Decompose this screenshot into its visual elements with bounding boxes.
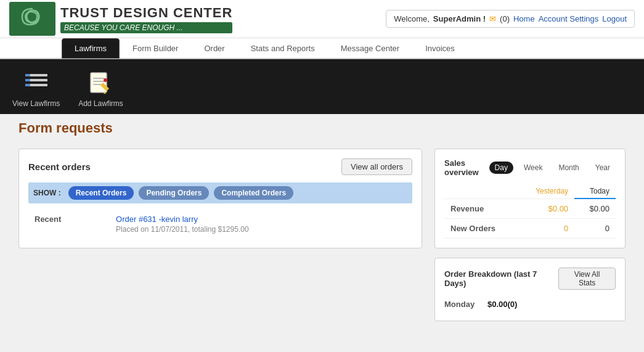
breakdown-header: Order Breakdown (last 7 Days) View All S… — [444, 268, 616, 290]
svg-rect-8 — [93, 78, 104, 79]
view-all-orders-button[interactable]: View all orders — [341, 158, 412, 175]
account-settings-link[interactable]: Account Settings — [539, 14, 599, 23]
header-nav: Welcome, SuperAdmin ! ✉ (0) Home Account… — [386, 10, 635, 28]
header: TRUST DESIGN CENTER BECAUSE YOU CARE ENO… — [0, 0, 644, 38]
main-content: Recent orders View all orders SHOW : Rec… — [0, 136, 644, 334]
sales-overview-card: Sales overview Day Week Month Year Yeste… — [434, 149, 626, 248]
view-all-stats-button[interactable]: View All Stats — [558, 268, 616, 290]
logo-spiral-icon — [17, 1, 48, 36]
orders-table: Recent Order #631 -kevin larry Placed on… — [28, 210, 412, 239]
recent-orders-header: Recent orders View all orders — [28, 158, 412, 175]
time-filter-day[interactable]: Day — [489, 162, 513, 174]
time-filter-month[interactable]: Month — [553, 162, 584, 174]
nav-tab-lawfirms[interactable]: Lawfirms — [62, 38, 120, 59]
mail-count: (0) — [500, 14, 510, 23]
col-yesterday-header: Yesterday — [517, 184, 574, 199]
logo-area: TRUST DESIGN CENTER BECAUSE YOU CARE ENO… — [9, 2, 232, 36]
recent-orders-filter-btn[interactable]: Recent Orders — [68, 186, 134, 200]
nav-tab-invoices[interactable]: Invoices — [412, 38, 468, 59]
new-orders-row: New Orders 0 0 — [444, 219, 616, 239]
nav-tab-stats[interactable]: Stats and Reports — [238, 38, 328, 59]
new-orders-label: New Orders — [444, 219, 517, 239]
left-panel: Recent orders View all orders SHOW : Rec… — [18, 149, 422, 321]
view-lawfirms-item[interactable]: View Lawfirms — [12, 68, 60, 108]
pending-orders-filter-btn[interactable]: Pending Orders — [139, 186, 209, 200]
recent-orders-title: Recent orders — [28, 162, 91, 172]
sales-overview-title: Sales overview — [444, 158, 484, 177]
breakdown-monday-value: $0.00(0) — [487, 300, 517, 309]
logo-title: TRUST DESIGN CENTER — [60, 5, 232, 21]
view-lawfirms-icon — [21, 68, 52, 96]
add-lawfirms-icon — [85, 68, 116, 96]
svg-rect-10 — [93, 84, 102, 85]
view-lawfirms-label: View Lawfirms — [12, 99, 60, 108]
completed-orders-filter-btn[interactable]: Completed Orders — [214, 186, 293, 200]
logo-subtitle: BECAUSE YOU CARE ENOUGH ... — [60, 22, 232, 33]
nav-bar: Lawfirms Form Builder Order Stats and Re… — [0, 38, 644, 59]
order-breakdown-card: Order Breakdown (last 7 Days) View All S… — [434, 258, 626, 321]
home-link[interactable]: Home — [513, 14, 535, 23]
svg-rect-6 — [25, 84, 30, 86]
welcome-text: Welcome, — [394, 14, 430, 23]
revenue-today: $0.00 — [574, 199, 616, 219]
username-label: SuperAdmin ! — [433, 14, 486, 23]
revenue-row: Revenue $0.00 $0.00 — [444, 199, 616, 219]
svg-point-13 — [104, 78, 107, 82]
right-panel: Sales overview Day Week Month Year Yeste… — [434, 149, 626, 321]
nav-tab-message-center[interactable]: Message Center — [328, 38, 412, 59]
order-cell: Order #631 -kevin larry Placed on 11/07/… — [110, 210, 412, 239]
sales-table: Yesterday Today Revenue $0.00 $0.00 New … — [444, 184, 616, 239]
logo-box — [9, 2, 55, 36]
mail-icon: ✉ — [489, 14, 496, 23]
recent-orders-card: Recent orders View all orders SHOW : Rec… — [18, 149, 422, 248]
breakdown-monday-row: Monday $0.00(0) — [444, 297, 616, 311]
svg-rect-5 — [25, 79, 30, 81]
add-lawfirms-item[interactable]: Add Lawfirms — [78, 68, 123, 108]
show-label: SHOW : — [33, 189, 61, 197]
time-filter-week[interactable]: Week — [518, 162, 548, 174]
breakdown-monday-day: Monday — [444, 300, 481, 309]
svg-rect-7 — [91, 73, 107, 92]
add-lawfirms-label: Add Lawfirms — [78, 99, 123, 108]
new-orders-yesterday: 0 — [517, 219, 574, 239]
time-filter-year[interactable]: Year — [590, 162, 616, 174]
filter-bar: SHOW : Recent Orders Pending Orders Comp… — [28, 182, 412, 203]
nav-tab-form-builder[interactable]: Form Builder — [120, 38, 191, 59]
page-title: Form requests — [0, 114, 644, 136]
order-link[interactable]: Order #631 -kevin larry — [116, 215, 198, 224]
logo-text-area: TRUST DESIGN CENTER BECAUSE YOU CARE ENO… — [60, 5, 232, 33]
order-category: Recent — [28, 210, 110, 239]
new-orders-today: 0 — [574, 219, 616, 239]
revenue-label: Revenue — [444, 199, 517, 219]
logout-link[interactable]: Logout — [602, 14, 627, 23]
nav-tab-order[interactable]: Order — [191, 38, 237, 59]
breakdown-title: Order Breakdown (last 7 Days) — [444, 269, 558, 288]
order-detail: Placed on 11/07/2011, totaling $1295.00 — [116, 225, 406, 234]
revenue-yesterday: $0.00 — [517, 199, 574, 219]
col-today-header: Today — [574, 184, 616, 199]
dropdown-panel: View Lawfirms Add Lawfirms — [0, 59, 644, 114]
svg-rect-4 — [25, 74, 30, 76]
sales-header: Sales overview Day Week Month Year — [444, 158, 616, 177]
table-row: Recent Order #631 -kevin larry Placed on… — [28, 210, 412, 239]
svg-rect-9 — [93, 81, 104, 82]
